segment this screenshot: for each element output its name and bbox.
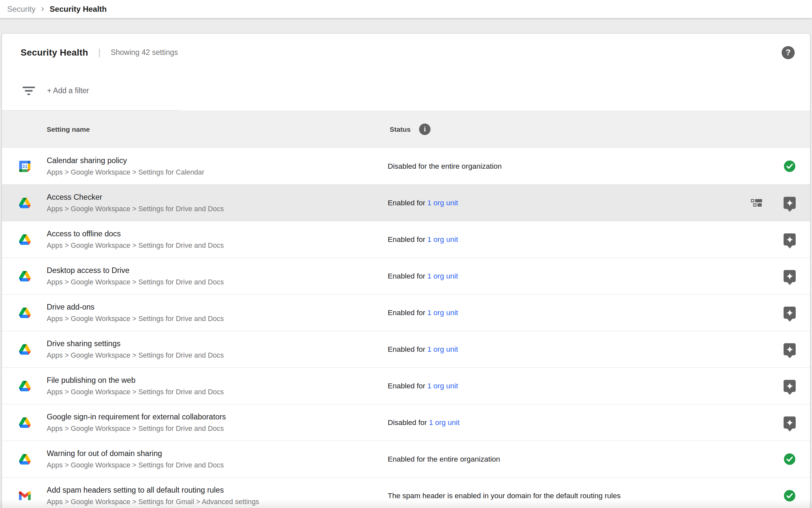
recommendation-badge[interactable] xyxy=(783,417,796,429)
setting-title: Drive add-ons xyxy=(47,302,388,312)
row-indicators xyxy=(783,417,796,429)
setting-name-cell: File publishing on the web Apps > Google… xyxy=(47,376,388,396)
org-unit-link[interactable]: 1 org unit xyxy=(427,272,458,280)
status-ok-icon xyxy=(783,453,796,465)
setting-path: Apps > Google Workspace > Settings for D… xyxy=(47,424,388,433)
row-indicators xyxy=(783,453,796,465)
org-unit-link[interactable]: 1 org unit xyxy=(427,236,458,244)
rule-list-icon xyxy=(751,199,762,207)
setting-path: Apps > Google Workspace > Settings for G… xyxy=(47,498,388,506)
status-cell: Enabled for 1 org unit xyxy=(388,382,783,390)
org-unit-link[interactable]: 1 org unit xyxy=(429,418,460,427)
table-row[interactable]: Desktop access to Drive Apps > Google Wo… xyxy=(2,258,810,295)
row-indicators xyxy=(783,234,796,246)
status-cell: Enabled for 1 org unit xyxy=(388,272,783,281)
table-row[interactable]: File publishing on the web Apps > Google… xyxy=(2,368,810,405)
status-text: Enabled for xyxy=(388,345,427,353)
google-drive-icon xyxy=(19,454,31,465)
sparkle-icon xyxy=(785,382,794,390)
breadcrumb-parent-link[interactable]: Security xyxy=(7,5,36,14)
status-text: Enabled for xyxy=(388,236,427,244)
setting-path: Apps > Google Workspace > Settings for D… xyxy=(47,351,388,360)
status-text: Enabled for xyxy=(388,308,427,317)
recommendation-badge[interactable] xyxy=(783,380,796,392)
status-cell: Enabled for 1 org unit xyxy=(388,199,751,207)
table-row[interactable]: Google sign-in requirement for external … xyxy=(2,405,810,441)
app-icon-slot xyxy=(19,198,31,208)
sparkle-icon xyxy=(785,199,794,207)
sparkle-icon xyxy=(785,308,794,317)
recommendation-badge[interactable] xyxy=(783,270,796,282)
breadcrumb-current: Security Health xyxy=(50,5,107,14)
recommendation-badge[interactable] xyxy=(783,343,796,355)
settings-table-body: 31 Calendar sharing policy Apps > Google… xyxy=(2,148,810,508)
add-filter-button[interactable]: + Add a filter xyxy=(47,86,89,95)
table-row[interactable]: Drive add-ons Apps > Google Workspace > … xyxy=(2,295,810,331)
google-drive-icon xyxy=(19,417,31,428)
help-button[interactable]: ? xyxy=(782,46,795,59)
table-row[interactable]: Access to offline docs Apps > Google Wor… xyxy=(2,221,810,258)
recommendation-badge[interactable] xyxy=(783,234,796,246)
google-drive-icon xyxy=(19,381,31,391)
title-divider: | xyxy=(98,47,101,57)
org-unit-link[interactable]: 1 org unit xyxy=(427,199,458,207)
status-text: Enabled for the entire organization xyxy=(388,455,500,463)
status-cell: Enabled for 1 org unit xyxy=(388,345,783,354)
recommendation-badge[interactable] xyxy=(783,197,796,209)
app-icon-slot xyxy=(19,381,31,391)
setting-path: Apps > Google Workspace > Settings for D… xyxy=(47,388,388,396)
status-text: Disabled for the entire organization xyxy=(388,162,502,170)
status-text: Enabled for xyxy=(388,382,427,390)
status-text: Disabled for xyxy=(388,418,429,427)
app-icon-slot xyxy=(19,454,31,465)
org-unit-link[interactable]: 1 org unit xyxy=(427,345,458,353)
row-indicators xyxy=(783,160,796,172)
check-circle-icon xyxy=(783,453,796,465)
google-drive-icon xyxy=(19,235,31,245)
google-calendar-icon: 31 xyxy=(19,161,31,172)
screen: Security › Security Health Security Heal… xyxy=(0,0,812,508)
status-ok-icon xyxy=(783,490,796,502)
setting-path: Apps > Google Workspace > Settings for D… xyxy=(47,205,388,213)
sparkle-icon xyxy=(785,272,794,281)
row-indicators xyxy=(751,197,796,209)
svg-text:31: 31 xyxy=(22,164,28,169)
setting-name-cell: Warning for out of domain sharing Apps >… xyxy=(47,449,388,470)
breadcrumb: Security › Security Health xyxy=(0,0,812,18)
column-status: Status xyxy=(390,126,411,133)
row-indicators xyxy=(783,343,796,355)
org-unit-link[interactable]: 1 org unit xyxy=(427,382,458,390)
setting-name-cell: Access Checker Apps > Google Workspace >… xyxy=(47,193,388,213)
status-cell: Enabled for the entire organization xyxy=(388,455,783,464)
setting-name-cell: Google sign-in requirement for external … xyxy=(47,412,388,433)
table-row[interactable]: Drive sharing settings Apps > Google Wor… xyxy=(2,331,810,368)
app-icon-slot xyxy=(19,344,31,355)
table-row[interactable]: Warning for out of domain sharing Apps >… xyxy=(2,441,810,478)
recommendation-badge[interactable] xyxy=(783,307,796,319)
google-drive-icon xyxy=(19,308,31,318)
org-unit-link[interactable]: 1 org unit xyxy=(427,308,458,317)
page-background: Security Health | Showing 42 settings ? … xyxy=(0,18,812,508)
setting-name-cell: Calendar sharing policy Apps > Google Wo… xyxy=(47,156,388,177)
row-indicators xyxy=(783,490,796,502)
table-row[interactable]: Access Checker Apps > Google Workspace >… xyxy=(2,185,810,221)
status-cell: Enabled for 1 org unit xyxy=(388,236,783,244)
setting-title: File publishing on the web xyxy=(47,376,388,385)
status-info-icon[interactable]: i xyxy=(419,124,430,135)
card-header: Security Health | Showing 42 settings ? xyxy=(2,34,810,71)
setting-name-cell: Drive sharing settings Apps > Google Wor… xyxy=(47,339,388,360)
app-icon-slot: 31 xyxy=(19,161,31,172)
table-header: Setting name Status i xyxy=(2,111,810,148)
table-row[interactable]: 31 Calendar sharing policy Apps > Google… xyxy=(2,148,810,185)
sparkle-icon xyxy=(785,345,794,354)
setting-name-cell: Access to offline docs Apps > Google Wor… xyxy=(47,229,388,250)
google-drive-icon xyxy=(19,198,31,208)
table-row[interactable]: Add spam headers setting to all default … xyxy=(2,478,810,508)
check-circle-icon xyxy=(783,160,796,172)
filter-icon[interactable] xyxy=(22,86,35,96)
filter-bar: + Add a filter xyxy=(2,71,810,110)
sparkle-icon xyxy=(785,236,794,244)
setting-title: Warning for out of domain sharing xyxy=(47,449,388,458)
status-ok-icon xyxy=(783,160,796,172)
setting-title: Add spam headers setting to all default … xyxy=(47,485,388,495)
